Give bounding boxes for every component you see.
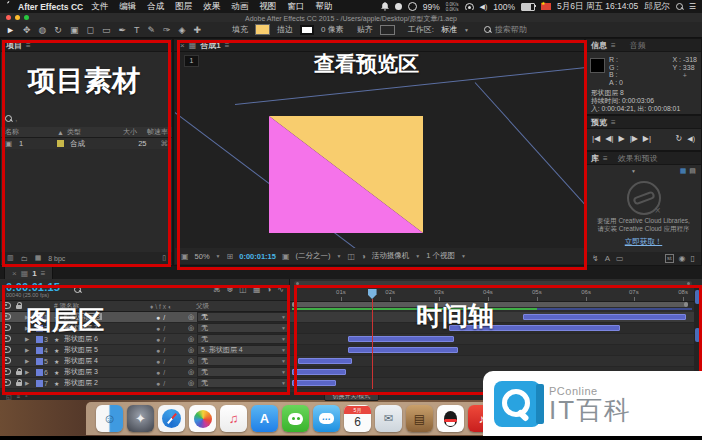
text-style-icon[interactable]: A xyxy=(605,254,610,263)
sort-icon[interactable]: ▲ xyxy=(57,129,67,136)
timeline-panel-menu-icon[interactable]: ≡ xyxy=(41,269,46,278)
active-app-name[interactable]: After Effects CC xyxy=(18,2,83,12)
pickwhip-icon[interactable]: ◎ xyxy=(188,313,194,321)
wifi-icon[interactable] xyxy=(465,3,474,10)
menu-item-合成[interactable]: 合成 xyxy=(147,1,164,13)
audio-tab[interactable]: 音频 xyxy=(630,40,646,51)
scrollbar-thumb[interactable] xyxy=(695,328,700,342)
layer-switches[interactable]: ●/ xyxy=(136,336,188,343)
layer-name[interactable]: 形状图层 5 xyxy=(64,345,136,355)
zoom-dropdown-icon[interactable]: ▼ xyxy=(216,253,221,259)
parent-column[interactable]: 父级 xyxy=(188,302,290,311)
timeline-tab-close-icon[interactable]: × xyxy=(12,269,17,278)
pickwhip-icon[interactable]: ◎ xyxy=(188,346,194,354)
shy-layers-icon[interactable]: ◫ xyxy=(239,285,247,294)
trash-icon[interactable]: ▯ xyxy=(162,254,166,262)
library-dropdown-icon[interactable]: ▼ xyxy=(631,168,636,174)
rotate-tool-icon[interactable]: ↻ xyxy=(54,25,62,35)
layer-name[interactable]: 形状图层 2 xyxy=(64,378,136,388)
play-button[interactable]: ▶ xyxy=(618,134,624,143)
grid-view-icon[interactable]: ▦ xyxy=(680,167,687,175)
layer-label-chip[interactable] xyxy=(34,369,44,376)
comp-mini-flowchart-icon[interactable]: ⌘ xyxy=(213,285,221,294)
project-panel-menu-icon[interactable]: ≡ xyxy=(26,41,31,50)
comp-panel-menu-icon[interactable]: ≡ xyxy=(225,41,230,50)
search-adobe-stock-icon[interactable]: ◉ xyxy=(679,254,686,263)
layer-switches[interactable]: ●/ xyxy=(136,347,188,354)
menu-item-效果[interactable]: 效果 xyxy=(203,1,220,13)
notification-center-icon[interactable]: ☰ xyxy=(689,2,696,11)
workspace-dropdown-icon[interactable]: ▼ xyxy=(464,27,469,33)
grid-guides-icon[interactable]: ⊞ xyxy=(227,252,234,261)
puppet-pin-tool-icon[interactable]: ✚ xyxy=(193,25,201,35)
list-view-icon[interactable]: ▤ xyxy=(689,167,696,175)
toggle-switches-modes-button[interactable]: 切换开关/模式 xyxy=(324,392,380,401)
shape-layer-artwork[interactable] xyxy=(269,116,423,233)
pen-tool-icon[interactable]: ✒ xyxy=(118,25,126,35)
layer-visibility-eye-icon[interactable] xyxy=(0,379,13,387)
timeline-navigator-bar[interactable] xyxy=(294,281,692,286)
active-camera-value[interactable]: 活动摄像机 xyxy=(372,251,410,261)
new-composition-icon[interactable]: ▦ xyxy=(35,254,42,262)
dock-icon-launchpad[interactable]: ✦ xyxy=(127,405,154,432)
eraser-tool-icon[interactable]: ◈ xyxy=(179,25,186,35)
layer-expand-arrow-icon[interactable]: ▶ xyxy=(25,358,34,364)
parent-dropdown[interactable]: 无▼ xyxy=(197,312,290,322)
pickwhip-icon[interactable]: ◎ xyxy=(188,324,194,332)
view-layout-value[interactable]: 1 个视图 xyxy=(426,251,455,261)
menu-item-图层[interactable]: 图层 xyxy=(175,1,192,13)
column-framerate[interactable]: 帧速率 xyxy=(137,127,168,137)
graph-editor-icon[interactable]: ∿ xyxy=(277,285,284,294)
sync-icon[interactable]: ↯ xyxy=(592,254,599,263)
timeline-search-icon[interactable] xyxy=(74,286,81,293)
shape-asset-icon[interactable]: ▭ xyxy=(616,254,624,263)
notification-bell-icon[interactable] xyxy=(381,2,389,11)
region-of-interest-icon[interactable]: ◫ xyxy=(347,252,355,261)
parent-dropdown[interactable]: 无▼ xyxy=(197,367,290,377)
pickwhip-icon[interactable]: ◎ xyxy=(188,357,194,365)
pickwhip-icon[interactable]: ◎ xyxy=(188,335,194,343)
last-frame-button[interactable]: ▶| xyxy=(643,134,651,143)
layer-row-5[interactable]: ▶5★形状图层 4●/◎无▼ xyxy=(0,356,290,367)
layer-switches[interactable]: ●/ xyxy=(136,314,188,321)
comp-current-time[interactable]: 0:00:01:15 xyxy=(239,252,276,261)
project-bit-depth[interactable]: 8 bpc xyxy=(48,255,65,262)
parent-dropdown[interactable]: 无▼ xyxy=(197,378,290,388)
new-folder-icon[interactable]: 🗀 xyxy=(21,255,28,262)
layer-switches[interactable]: ●/ xyxy=(136,358,188,365)
stroke-label[interactable]: 描边 xyxy=(277,24,293,35)
audio-mute-icon[interactable]: ◀) xyxy=(687,135,695,143)
layer-switches[interactable]: ●/ xyxy=(136,380,188,387)
dock-icon-app-store[interactable]: A xyxy=(251,405,278,432)
timeline-current-time[interactable]: 0:00:01:15 xyxy=(6,282,60,292)
pickwhip-icon[interactable]: ◎ xyxy=(188,379,194,387)
transparency-grid-icon[interactable]: ◑ xyxy=(361,252,366,261)
layer-visibility-eye-icon[interactable] xyxy=(0,346,13,354)
workspace-value[interactable]: 标准 xyxy=(441,24,457,35)
view-dropdown-icon[interactable]: ▼ xyxy=(461,253,466,259)
spotlight-search-icon[interactable] xyxy=(676,3,683,10)
zoom-level[interactable]: 50% xyxy=(195,252,210,261)
dock-icon-qq[interactable] xyxy=(437,405,464,432)
layer-lock-icon[interactable] xyxy=(13,368,25,376)
layer-duration-bar-4[interactable] xyxy=(348,347,458,353)
resolution-dropdown-icon[interactable]: ▼ xyxy=(337,253,342,259)
stock-icon[interactable]: st xyxy=(665,254,674,263)
layer-visibility-eye-icon[interactable] xyxy=(0,368,13,376)
info-tab[interactable]: 信息 xyxy=(591,40,607,51)
motion-blur-icon[interactable]: ◑ xyxy=(266,285,271,294)
layer-label-chip[interactable] xyxy=(34,347,44,354)
brush-tool-icon[interactable]: ✎ xyxy=(147,25,155,35)
layer-duration-bar-6[interactable] xyxy=(292,369,346,375)
libraries-panel-menu-icon[interactable]: ≡ xyxy=(603,154,608,163)
dock-icon-notes[interactable]: ▤ xyxy=(406,405,433,432)
dock-icon-wechat[interactable] xyxy=(282,405,309,432)
layer-visibility-eye-icon[interactable] xyxy=(0,313,13,321)
volume-percent[interactable]: 100% xyxy=(493,2,515,12)
clone-stamp-tool-icon[interactable]: ✑ xyxy=(163,25,171,35)
zoom-tool-icon[interactable]: ◍ xyxy=(38,25,46,35)
menu-item-视图[interactable]: 视图 xyxy=(259,1,276,13)
effects-presets-tab[interactable]: 效果和预设 xyxy=(618,153,658,164)
parent-dropdown[interactable]: 5. 形状图层 4▼ xyxy=(197,345,290,355)
layer-lock-icon[interactable] xyxy=(13,379,25,387)
